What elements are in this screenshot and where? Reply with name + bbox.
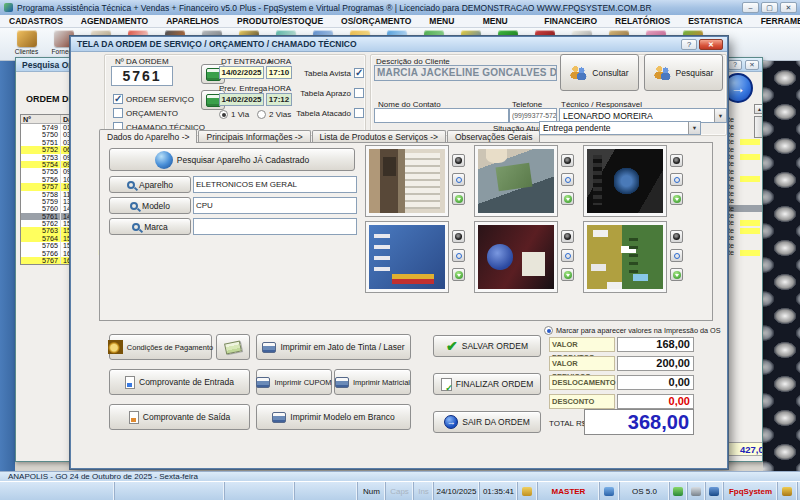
- equipment-photo[interactable]: [475, 222, 557, 292]
- tab[interactable]: Lista de Produtos e Serviços ->: [312, 130, 446, 142]
- menu-item[interactable]: ESTATISTICA: [679, 15, 751, 27]
- zoom-photo-button[interactable]: [561, 173, 574, 186]
- status-icon: [673, 487, 683, 496]
- imprimir-matricial-button[interactable]: Imprimir Matricial: [334, 369, 411, 395]
- sair-ordem-button[interactable]: → SAIR DA ORDEM: [433, 411, 541, 433]
- aparelho-value-field[interactable]: CPU: [193, 197, 357, 214]
- equipment-photo[interactable]: [584, 146, 666, 216]
- tabela-checkbox[interactable]: Tabela Avista: [286, 63, 364, 83]
- tabela-checkbox[interactable]: Tabela Atacado: [286, 103, 364, 123]
- printer-icon: [272, 412, 286, 423]
- menu-item[interactable]: OS/ORÇAMENTO: [332, 15, 420, 27]
- finalizar-ordem-button[interactable]: FINALIZAR ORDEM: [433, 373, 541, 395]
- tab[interactable]: Principais Informações ->: [198, 130, 310, 142]
- comprovante-saida-button[interactable]: Comprovante de Saída: [109, 404, 250, 430]
- load-photo-button[interactable]: [452, 268, 465, 281]
- consultar-button[interactable]: Consultar: [560, 54, 639, 91]
- tabela-checkbox[interactable]: Tabela Aprazo: [286, 83, 364, 103]
- aparelho-lookup-button[interactable]: Aparelho: [109, 176, 191, 193]
- aparelho-field-row: Modelo CPU: [109, 197, 359, 214]
- zoom-photo-button[interactable]: [452, 173, 465, 186]
- pesquisar-button[interactable]: Pesquisar: [644, 54, 723, 91]
- cliente-field[interactable]: MARCIA JACKELINE GONCALVES DA SILVA BE: [374, 65, 557, 81]
- equipment-photo[interactable]: [366, 222, 448, 292]
- load-photo-button[interactable]: [670, 268, 683, 281]
- equipment-photo[interactable]: [475, 146, 557, 216]
- dialog-close-button[interactable]: ✕: [699, 39, 723, 50]
- download-arrow-icon: [673, 271, 681, 279]
- webcam-capture-button[interactable]: [670, 230, 683, 243]
- menu-item[interactable]: FINANCEIRO: [535, 15, 606, 27]
- equipment-photo[interactable]: [584, 222, 666, 292]
- statusbar-segment: Ins: [414, 482, 434, 500]
- equipment-photo[interactable]: [366, 146, 448, 216]
- aparelho-value-field[interactable]: [193, 218, 357, 235]
- scrollbar-thumb[interactable]: [754, 116, 763, 138]
- menu-item[interactable]: RELATÓRIOS: [606, 15, 679, 27]
- minimize-button[interactable]: –: [742, 2, 759, 13]
- zoom-photo-button[interactable]: [452, 249, 465, 262]
- menu-item[interactable]: CADASTROS: [0, 15, 72, 27]
- order-type-checkbox[interactable]: ORÇAMENTO: [113, 106, 205, 120]
- tab[interactable]: Dados do Aparelho ->: [99, 129, 197, 143]
- statusbar-segments: Num Caps Ins 24/10/2025 01:35:41: [0, 481, 800, 500]
- tabela-checks: Tabela Avista Tabela Aprazo Tabela Ataca…: [286, 63, 364, 123]
- imprimir-cupom-button[interactable]: Imprimir CUPOM: [256, 369, 332, 395]
- menu-item[interactable]: APARELHOS: [157, 15, 228, 27]
- via-radio[interactable]: 1 Via: [219, 110, 249, 119]
- zoom-photo-button[interactable]: [670, 173, 683, 186]
- status-row[interactable]: nte: [724, 249, 763, 256]
- nota-button[interactable]: [216, 334, 250, 360]
- toolbar-button[interactable]: Clientes: [8, 28, 45, 60]
- load-photo-button[interactable]: [452, 192, 465, 205]
- menu-item[interactable]: FERRAMENTAS: [752, 15, 800, 27]
- dt-entrada-field[interactable]: 14/02/2025: [219, 66, 264, 79]
- zoom-photo-button[interactable]: [670, 249, 683, 262]
- load-photo-button[interactable]: [561, 192, 574, 205]
- webcam-capture-button[interactable]: [561, 230, 574, 243]
- salvar-ordem-button[interactable]: ✔ SALVAR ORDEM: [433, 335, 541, 357]
- order-type-checkbox[interactable]: ORDEM SERVIÇO: [113, 92, 205, 106]
- statusbar-segment: [600, 482, 620, 500]
- load-photo-button[interactable]: [561, 268, 574, 281]
- webcam-capture-button[interactable]: [670, 154, 683, 167]
- aparelho-lookup-button[interactable]: Marca: [109, 218, 191, 235]
- aparelho-value-field[interactable]: ELETRONICOS EM GERAL: [193, 176, 357, 193]
- webcam-capture-button[interactable]: [452, 230, 465, 243]
- situacao-select[interactable]: Entrega pendente ▼: [539, 121, 701, 135]
- statusbar-location: ANAPOLIS - GO 24 de Outubro de 2025 - Se…: [0, 471, 800, 481]
- order-number-value: 5761: [111, 66, 173, 86]
- scrollbar-up-arrow[interactable]: ▲: [754, 104, 763, 114]
- value-row: VALOR PRODUTOS 168,00: [549, 337, 695, 352]
- menu-item[interactable]: MENU VENDAS: [420, 15, 473, 27]
- load-photo-button[interactable]: [670, 192, 683, 205]
- imprimir-jato-button[interactable]: Imprimir em Jato de Tinta / Laser: [256, 334, 411, 360]
- zoom-photo-button[interactable]: [561, 249, 574, 262]
- arrow-right-icon: →: [444, 415, 458, 429]
- globe-icon: [155, 151, 173, 169]
- pesquisa-help-button[interactable]: ?: [728, 60, 742, 70]
- comprovante-entrada-button[interactable]: Comprovante de Entrada: [109, 369, 250, 395]
- webcam-capture-button[interactable]: [561, 154, 574, 167]
- imprimir-branco-button[interactable]: Imprimir Modelo em Branco: [256, 404, 411, 430]
- condicoes-pagamento-button[interactable]: Condições de Pagamento: [109, 334, 212, 360]
- statusbar-segment: [0, 482, 115, 500]
- prev-entrega-field[interactable]: 14/02/2025: [219, 93, 264, 106]
- cpu-cooler: [475, 222, 575, 294]
- dialog-help-button[interactable]: ?: [681, 39, 697, 50]
- maximize-button[interactable]: ▢: [761, 2, 778, 13]
- menu-item[interactable]: MENU COMPRAS: [474, 15, 535, 27]
- pesquisa-close-button[interactable]: ✕: [745, 60, 759, 70]
- webcam-capture-button[interactable]: [452, 154, 465, 167]
- aparelho-lookup-button[interactable]: Modelo: [109, 197, 191, 214]
- order-number-label: Nº DA ORDEM: [115, 57, 169, 66]
- value-row: DESLOCAMENTO 0,00: [549, 375, 695, 390]
- contato-field[interactable]: [374, 108, 509, 123]
- statusbar-segment: [706, 482, 724, 500]
- menu-item[interactable]: PRODUTO/ESTOQUE: [228, 15, 332, 27]
- checkbox-icon: [354, 88, 364, 98]
- menu-item[interactable]: AGENDAMENTO: [72, 15, 157, 27]
- close-button[interactable]: ✕: [780, 2, 797, 13]
- pesquisar-aparelho-button[interactable]: Pesquisar Aparelho JÁ Cadastrado: [109, 148, 355, 171]
- marcar-radio-row[interactable]: Marcar para aparecer valores na Impressã…: [544, 326, 721, 335]
